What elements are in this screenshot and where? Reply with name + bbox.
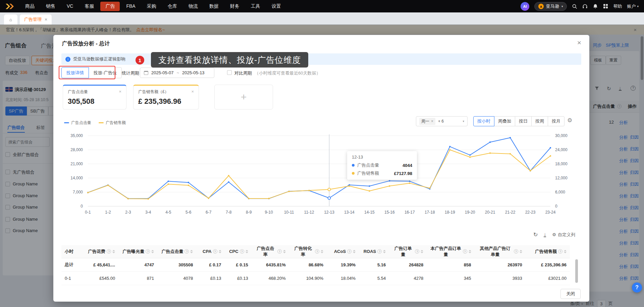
info-icon: ?	[240, 249, 244, 254]
compare-period-label: 对比周期	[234, 70, 252, 76]
column-header[interactable]: 广告点击量?	[157, 245, 196, 258]
help-link[interactable]: 帮助	[613, 3, 622, 9]
nav-item-warehouse[interactable]: 仓库	[163, 2, 182, 11]
column-header[interactable]: CPA?	[196, 245, 224, 258]
nav-item-finance[interactable]: 财务	[225, 2, 245, 11]
table-scrollbar[interactable]	[575, 259, 578, 283]
date-range-picker[interactable]: 2025-05-07 ~ 2025-05-13	[140, 68, 214, 78]
home-tab[interactable]: ⌂	[4, 14, 17, 25]
nav-item-settings[interactable]: 设置	[267, 2, 286, 11]
sort-icon[interactable]	[564, 250, 567, 253]
modal-close-button[interactable]: 关闭	[560, 289, 581, 299]
close-icon[interactable]: ×	[577, 39, 581, 47]
table-row-total: 总计 £ 45,641.... 4747 305508 £ 0.17 £ 0.1…	[61, 258, 570, 271]
refresh-icon[interactable]: ↻	[533, 231, 538, 238]
page-tab-bar: ⌂ 广告管理 ×	[0, 12, 644, 25]
sort-icon[interactable]	[190, 250, 193, 253]
sort-icon[interactable]	[246, 250, 248, 253]
customize-columns-button[interactable]: ⚙自定义列	[552, 232, 575, 238]
column-header[interactable]: 广告转化率?	[289, 245, 327, 258]
info-icon: ?	[514, 249, 518, 254]
svg-text:6-7: 6-7	[206, 210, 212, 215]
nav-item-purchase[interactable]: 采购	[142, 2, 161, 11]
info-icon: i	[65, 57, 70, 62]
column-header[interactable]: CPC?	[225, 245, 252, 258]
sort-icon[interactable]	[421, 250, 423, 253]
app-logo[interactable]	[0, 3, 20, 9]
legend-marker	[99, 122, 104, 123]
top-nav: 商品 销售 VC 客服 广告 FBA 采购 仓库 物流 数据 财务 工具 设置 …	[0, 0, 644, 12]
column-header[interactable]: 广告销售额?	[526, 245, 570, 258]
svg-text:10-11: 10-11	[284, 210, 294, 215]
column-header[interactable]: ROAS?	[359, 245, 389, 258]
column-header[interactable]: 广告点击率?	[252, 245, 289, 258]
sort-icon[interactable]	[353, 250, 356, 253]
compare-period-checkbox[interactable]	[227, 70, 232, 75]
legend-marker	[64, 122, 69, 123]
marketplace-selector[interactable]: a 亚马逊 ▾	[534, 2, 567, 11]
bell-icon[interactable]	[593, 4, 598, 9]
account-menu[interactable]: 账户▾	[627, 3, 639, 9]
help-floating-button[interactable]: ?	[632, 282, 642, 293]
metric-card-clicks[interactable]: 广告点击量× 305,508	[63, 85, 126, 109]
chevron-down-icon: ▾	[637, 5, 639, 8]
nav-right: AI a 亚马逊 ▾ 帮助 账户▾	[521, 2, 639, 11]
ai-assistant-button[interactable]: AI	[521, 2, 529, 11]
nav-item-ads[interactable]: 广告	[100, 2, 120, 11]
close-icon[interactable]: ×	[191, 89, 194, 95]
sort-icon[interactable]	[151, 250, 154, 253]
nav-item-service[interactable]: 客服	[79, 2, 99, 11]
legend-item-clicks[interactable]: 广告点击量	[64, 120, 91, 126]
legend-item-sales[interactable]: 广告销售额	[99, 120, 126, 126]
nav-item-data[interactable]: 数据	[204, 2, 224, 11]
info-icon: ?	[315, 249, 319, 254]
tab-ad-management[interactable]: 广告管理 ×	[20, 14, 52, 25]
granularity-day[interactable]: 按日	[515, 116, 532, 126]
svg-text:13-14: 13-14	[344, 210, 355, 215]
nav-item-vc[interactable]: VC	[62, 2, 78, 11]
column-header[interactable]: ACoS?	[327, 245, 359, 258]
metric-card-sales[interactable]: 广告销售额（£）× £ 235,396.96	[133, 85, 199, 109]
nav-item-sales[interactable]: 销售	[41, 2, 60, 11]
series-dot	[352, 172, 355, 175]
column-header[interactable]: 本广告产品订单量?	[427, 245, 474, 258]
close-icon[interactable]: ×	[431, 119, 433, 124]
granularity-week-overlay[interactable]: 周叠加	[494, 116, 515, 126]
nav-item-tools[interactable]: 工具	[246, 2, 265, 11]
sort-icon[interactable]	[321, 250, 323, 253]
alert-text: 受亚马逊数据修正逻辑影响	[73, 56, 125, 62]
weekday-filter-dropdown[interactable]: 周一× + 6 ▾	[416, 116, 468, 126]
svg-text:2-3: 2-3	[125, 210, 131, 215]
headset-icon[interactable]	[582, 4, 588, 9]
download-icon[interactable]: ↓	[544, 232, 546, 237]
sort-icon[interactable]	[219, 250, 221, 253]
line-chart[interactable]: 07,00014,00021,00028,00035,00006,00012,0…	[61, 132, 581, 217]
nav-item-fba[interactable]: FBA	[121, 2, 140, 11]
apps-grid-icon[interactable]	[603, 4, 608, 9]
nav-item-logistics[interactable]: 物流	[183, 2, 203, 11]
granularity-month[interactable]: 按月	[548, 116, 565, 126]
sort-icon[interactable]	[112, 250, 115, 253]
sort-icon[interactable]	[383, 250, 386, 253]
svg-text:12-13: 12-13	[324, 210, 334, 215]
column-header[interactable]: 广告曝光量?	[118, 245, 157, 258]
nav-item-products[interactable]: 商品	[20, 2, 40, 11]
sort-icon[interactable]	[283, 250, 286, 253]
column-header[interactable]: 广告花费?	[81, 245, 118, 258]
chart-tooltip: 12-13 广告点击量4044 广告销售额£7127.98	[347, 151, 417, 180]
column-header[interactable]: 广告订单量?	[389, 245, 427, 258]
column-header[interactable]: 小时	[61, 245, 81, 258]
sort-icon[interactable]	[520, 250, 522, 253]
search-icon[interactable]	[572, 4, 577, 9]
close-icon[interactable]: ×	[45, 17, 47, 22]
annotation-step-badge: 1	[136, 56, 144, 64]
date-end: 2025-05-13	[182, 70, 205, 75]
sort-icon[interactable]	[469, 250, 471, 253]
add-metric-card[interactable]: +	[214, 85, 273, 109]
period-label: 统计周期	[122, 70, 139, 76]
column-header[interactable]: 其他产品广告订单量?	[475, 245, 526, 258]
granularity-hour[interactable]: 按小时	[473, 116, 494, 126]
granularity-week[interactable]: 按周	[531, 116, 548, 126]
close-icon[interactable]: ×	[119, 89, 121, 95]
chart-settings-gear-icon[interactable]: ⚙	[567, 117, 572, 124]
